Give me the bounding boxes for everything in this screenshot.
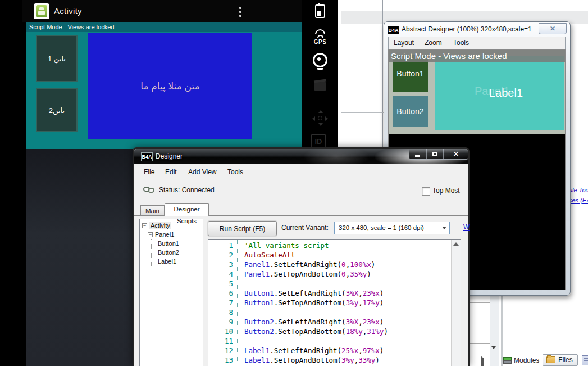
tab-designer-scripts[interactable]: Designer Scripts — [165, 203, 209, 216]
module-tools-link[interactable]: ule Too — [569, 185, 588, 195]
tree-children: Button1 Button2 Label1 — [151, 239, 203, 266]
code-line: 1'All variants script — [208, 241, 461, 250]
designer-scripts-page: − Activity − Panel1 Button1 Button2 Labe… — [134, 215, 468, 366]
gutter-divider — [237, 240, 238, 366]
minimize-icon[interactable] — [409, 149, 426, 160]
maximize-icon[interactable] — [426, 149, 444, 160]
scroll-down-icon[interactable] — [491, 349, 496, 359]
code-line: 2AutoScaleAll — [208, 250, 461, 260]
code-line: 5 — [208, 279, 461, 288]
code-line: 4Panel1.SetTopAndBottom(0,35%y) — [208, 269, 461, 279]
desktop: ule Too ces (F7 Modules Files Activity S… — [0, 0, 588, 366]
menu-tools[interactable]: Tools — [227, 168, 243, 176]
abstract-designer-title: Abstract Designer (100%) 320x480,scale=1 — [402, 25, 532, 33]
emulator-screen: باتن 1 باتن2 متن مثلا پیام ما — [26, 32, 302, 149]
tree-item-button1[interactable]: Button1 — [152, 239, 203, 248]
desktop-dark-area — [26, 146, 133, 366]
ide-bottom-tabs: Modules Files — [503, 354, 588, 366]
code-line: 7Button1.SetTopAndBottom(3%y,17%y) — [208, 298, 461, 308]
scroll-right-icon[interactable] — [481, 358, 484, 366]
emulator-activity-title: Activity — [54, 6, 82, 16]
ide-panel-divider — [470, 343, 490, 344]
link-status-icon — [143, 187, 156, 193]
genymotion-toolbar: GPS ID — [302, 0, 338, 149]
code-line: 6Button1.SetLeftAndRight(3%X,23%x) — [208, 288, 461, 298]
designer-view-button2[interactable]: Button2 — [393, 96, 428, 127]
emulator-titlebar: Activity — [22, 0, 338, 22]
collapse-icon[interactable]: − — [148, 232, 153, 237]
gps-label: GPS — [314, 39, 327, 45]
code-line: 11 — [208, 336, 461, 346]
tree-item-panel1[interactable]: − Panel1 — [140, 230, 203, 239]
collapse-icon[interactable]: − — [142, 223, 147, 228]
variant-value: 320 x 480, scale = 1 (160 dpi) — [339, 224, 424, 231]
ide-panel-divider — [470, 302, 490, 303]
designer-window: B4A Designer ✕ File Edit Add View Tools … — [133, 147, 470, 366]
overflow-menu-icon[interactable] — [239, 7, 242, 17]
tree-item-label: Panel1 — [155, 231, 174, 238]
views-tree: − Activity − Panel1 Button1 Button2 Labe… — [139, 219, 203, 366]
variant-dropdown[interactable]: 320 x 480, scale = 1 (160 dpi) — [334, 222, 450, 234]
android-app-icon — [34, 3, 49, 19]
folder-icon — [546, 356, 555, 363]
tree-item-label: Button2 — [158, 249, 179, 256]
emulator-panel-text: متن مثلا پیام ما — [140, 80, 200, 92]
tree-item-label: Button1 — [158, 240, 179, 247]
close-icon[interactable]: ✕ — [444, 149, 468, 160]
current-variant-label: Current Variant: — [281, 224, 329, 232]
tab-modules[interactable]: Modules — [514, 356, 539, 364]
menu-tools[interactable]: Tools — [453, 39, 469, 47]
script-mode-banner: Script Mode - Views are locked — [389, 50, 566, 62]
emulator-button2-label: باتن2 — [49, 106, 65, 115]
what-link[interactable]: W — [463, 223, 470, 231]
tree-item-label: Label1 — [158, 258, 176, 265]
screencast-icon[interactable] — [312, 82, 328, 91]
emulator-window: Activity Script Mode - Views are locked … — [22, 0, 338, 149]
window-controls: ✕ — [409, 149, 468, 160]
references-link[interactable]: ces (F7 — [569, 195, 588, 205]
run-script-button[interactable]: Run Script (F5) — [208, 221, 277, 236]
status-text: Status: Connected — [159, 186, 215, 194]
tab-files[interactable]: Files — [543, 354, 577, 366]
tree-item-label: Activity — [149, 222, 171, 229]
designer-title: Designer — [156, 152, 183, 160]
code-lines: 1'All variants script2AutoScaleAll3Panel… — [208, 241, 461, 366]
ide-combobox[interactable] — [341, 0, 382, 11]
tab-files-label: Files — [558, 356, 572, 364]
ide-panel-border — [382, 0, 383, 147]
scroll-up-icon[interactable] — [453, 242, 459, 246]
emulator-button2[interactable]: باتن2 — [36, 88, 78, 132]
designer-view-panel1[interactable]: Panel1 Label1 — [435, 56, 564, 130]
abstract-designer-menubar: Layout Zoom Tools — [388, 37, 566, 49]
id-badge-icon[interactable]: ID — [311, 134, 326, 148]
script-editor[interactable]: 1'All variants script2AutoScaleAll3Panel… — [208, 239, 461, 366]
editor-scrollbar[interactable] — [451, 240, 461, 366]
tree-item-label1[interactable]: Label1 — [152, 257, 203, 266]
code-line: 12Label1.SetLeftAndRight(25%x,97%x) — [208, 346, 461, 355]
menu-file[interactable]: File — [144, 168, 154, 176]
topmost-checkbox[interactable] — [422, 187, 430, 196]
ide-side-links: ule Too ces (F7 — [569, 185, 588, 205]
gps-icon[interactable]: GPS — [312, 29, 328, 45]
webcam-icon[interactable] — [312, 53, 328, 70]
designer-view-label1[interactable]: Label1 — [489, 87, 523, 100]
menu-edit[interactable]: Edit — [165, 168, 177, 176]
designer-menubar: File Edit Add View Tools — [134, 164, 468, 179]
dpad-icon[interactable] — [312, 110, 328, 126]
battery-icon[interactable] — [312, 4, 328, 18]
code-line: 9Button2.SetLeftAndRight(3%X,23%x) — [208, 317, 461, 327]
grid-view-icon[interactable] — [582, 355, 588, 365]
tab-main[interactable]: Main — [140, 205, 165, 216]
b4a-logo-icon: B4A — [141, 152, 153, 161]
modules-icon — [503, 357, 510, 363]
chevron-down-icon — [442, 227, 446, 229]
emulator-button1-label: باتن 1 — [48, 55, 66, 63]
emulator-button1[interactable]: باتن 1 — [36, 35, 78, 82]
tree-item-button2[interactable]: Button2 — [152, 248, 203, 257]
b4a-logo-icon: B4A — [388, 26, 399, 34]
menu-layout[interactable]: Layout — [394, 39, 414, 47]
menu-zoom[interactable]: Zoom — [425, 39, 442, 47]
menu-add-view[interactable]: Add View — [188, 168, 217, 176]
code-line: 10Button2.SetTopAndBottom(18%y,31%y) — [208, 327, 461, 336]
close-icon[interactable]: ✕ — [539, 23, 567, 34]
